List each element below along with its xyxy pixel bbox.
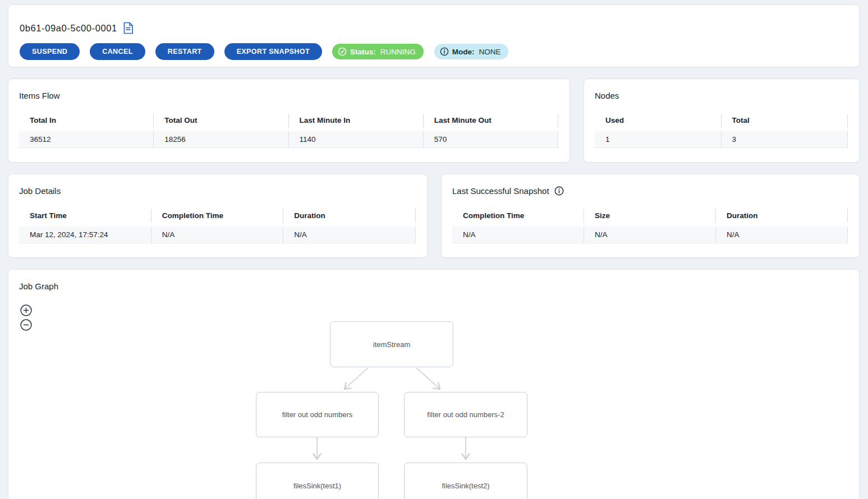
suspend-button[interactable]: SUSPEND: [20, 43, 80, 60]
job-graph-title: Job Graph: [19, 281, 58, 291]
zoom-out-button[interactable]: [20, 319, 32, 331]
job-details-title: Job Details: [19, 186, 61, 196]
nodes-header-row: Used Total: [595, 114, 848, 127]
graph-node-filter-odd[interactable]: filter out odd numbers: [256, 392, 379, 437]
total-out-value: 18256: [154, 131, 288, 148]
graph-node-itemstream[interactable]: itemStream: [330, 321, 453, 367]
col-last-minute-in: Last Minute In: [289, 114, 424, 127]
duration-value: N/A: [283, 227, 416, 243]
completion-time-value: N/A: [151, 227, 284, 243]
col-total: Total: [722, 114, 848, 127]
graph-node-label: itemStream: [373, 340, 410, 349]
col-total-out: Total Out: [154, 114, 288, 127]
nodes-table: Used Total 1 3: [595, 114, 848, 148]
items-flow-data-row: 36512 18256 1140 570: [19, 131, 558, 148]
used-value: 1: [595, 131, 722, 148]
info-circle-icon: [440, 47, 449, 56]
job-details-table: Start Time Completion Time Duration Mar …: [19, 209, 416, 243]
col-snapshot-duration: Duration: [716, 209, 848, 223]
snapshot-title: Last Successful Snapshot: [452, 186, 549, 196]
snapshot-header-row: Completion Time Size Duration: [452, 209, 848, 223]
job-detail-page: 0b61-09a0-5c00-0001 SUSPEND CANCEL RESTA…: [0, 0, 868, 499]
job-graph-card: Job Graph it: [8, 269, 860, 499]
copy-job-id-icon[interactable]: [123, 22, 134, 34]
export-snapshot-button[interactable]: EXPORT SNAPSHOT: [224, 43, 322, 60]
snapshot-info-icon[interactable]: [554, 186, 564, 196]
graph-node-filessink-test2[interactable]: filesSink(test2): [404, 463, 527, 499]
graph-node-filessink-test1[interactable]: filesSink(test1): [256, 463, 379, 499]
last-minute-out-value: 570: [424, 131, 558, 148]
snapshot-data-row: N/A N/A N/A: [452, 227, 848, 243]
nodes-data-row: 1 3: [595, 131, 848, 148]
zoom-in-button[interactable]: [20, 304, 32, 316]
total-in-value: 36512: [19, 131, 154, 148]
last-minute-in-value: 1140: [289, 131, 424, 148]
mode-value: NONE: [479, 48, 500, 56]
items-flow-table: Total In Total Out Last Minute In Last M…: [19, 114, 558, 148]
mode-label: Mode:: [452, 48, 475, 56]
items-flow-title: Items Flow: [19, 91, 60, 100]
col-last-minute-out: Last Minute Out: [424, 114, 558, 127]
col-total-in: Total In: [19, 114, 154, 127]
col-completion-time: Completion Time: [151, 209, 284, 223]
snapshot-title-row: Last Successful Snapshot: [452, 186, 564, 196]
cancel-button[interactable]: CANCEL: [90, 43, 145, 60]
col-start-time: Start Time: [19, 209, 151, 223]
status-value: RUNNING: [380, 48, 416, 56]
nodes-title: Nodes: [595, 91, 619, 100]
job-header-card: 0b61-09a0-5c00-0001 SUSPEND CANCEL RESTA…: [8, 4, 860, 67]
graph-node-filter-odd-2[interactable]: filter out odd numbers-2: [404, 392, 527, 437]
snapshot-size-value: N/A: [584, 227, 716, 243]
col-duration: Duration: [283, 209, 416, 223]
items-flow-header-row: Total In Total Out Last Minute In Last M…: [19, 114, 558, 127]
nodes-card: Nodes Used Total 1 3: [584, 78, 860, 163]
snapshot-duration-value: N/A: [716, 227, 848, 243]
page-title: 0b61-09a0-5c00-0001: [20, 23, 117, 34]
restart-button[interactable]: RESTART: [155, 43, 214, 60]
graph-node-label: filesSink(test2): [442, 482, 489, 490]
check-circle-icon: [338, 47, 347, 56]
job-actions-row: SUSPEND CANCEL RESTART EXPORT SNAPSHOT S…: [20, 43, 508, 60]
graph-node-label: filesSink(test1): [293, 482, 341, 490]
status-badge: Status:RUNNING: [332, 44, 424, 59]
col-used: Used: [595, 114, 722, 127]
status-label: Status:: [350, 48, 376, 56]
snapshot-card: Last Successful Snapshot Completion Time…: [441, 174, 860, 258]
graph-node-label: filter out odd numbers-2: [427, 410, 504, 419]
job-details-data-row: Mar 12, 2024, 17:57:24 N/A N/A: [19, 227, 416, 243]
start-time-value: Mar 12, 2024, 17:57:24: [19, 227, 151, 243]
graph-node-label: filter out odd numbers: [282, 410, 353, 419]
job-details-header-row: Start Time Completion Time Duration: [19, 209, 416, 223]
col-snapshot-size: Size: [584, 209, 716, 223]
job-details-card: Job Details Start Time Completion Time D…: [8, 174, 428, 258]
mode-badge: Mode:NONE: [434, 44, 509, 59]
items-flow-card: Items Flow Total In Total Out Last Minut…: [8, 78, 570, 163]
total-value: 3: [722, 131, 848, 148]
snapshot-completion-time-value: N/A: [452, 227, 584, 243]
snapshot-table: Completion Time Size Duration N/A N/A N/…: [452, 209, 848, 243]
job-title-row: 0b61-09a0-5c00-0001: [20, 22, 134, 34]
col-snapshot-completion-time: Completion Time: [452, 209, 584, 223]
